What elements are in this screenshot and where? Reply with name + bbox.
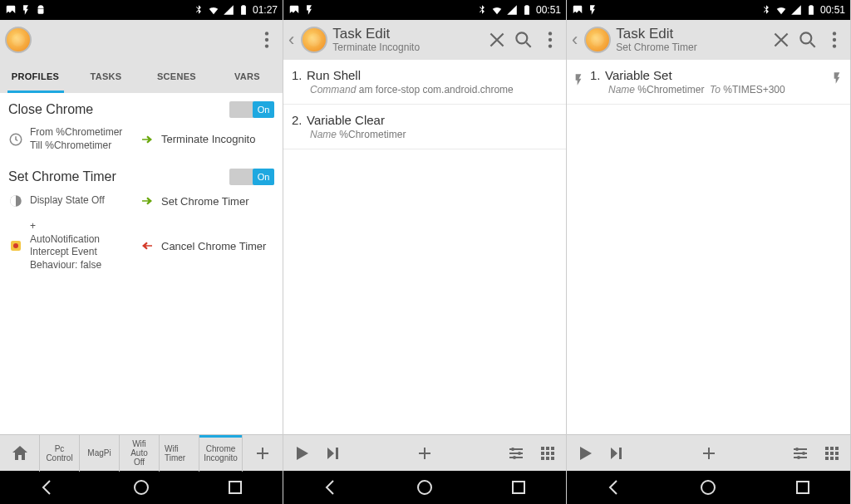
task-edit-header: ‹ Task Edit Set Chrome Timer [567, 20, 850, 60]
profile-row[interactable]: From %Chrometimer Till %Chrometimer Term… [0, 123, 283, 160]
back-button[interactable]: ‹ [572, 29, 579, 51]
wifi-icon [775, 4, 787, 16]
profile-toggle[interactable] [229, 101, 274, 118]
tasker-app-icon [301, 27, 327, 53]
nav-home-button[interactable] [698, 477, 718, 497]
task-link[interactable]: Terminate Incognito [161, 133, 255, 145]
close-button[interactable] [486, 29, 508, 51]
project-tabs-bar: Pc Control MagPi Wifi Auto Off Wifi Time… [0, 434, 283, 471]
tab-profiles[interactable]: PROFILES [0, 60, 71, 93]
svg-point-2 [265, 44, 268, 47]
svg-rect-17 [513, 482, 524, 493]
task-action-row[interactable]: 2.Variable Clear Name %Chrometimer [283, 105, 566, 149]
task-edit-bottombar [567, 434, 850, 471]
project-tab[interactable]: Wifi Timer [160, 435, 199, 472]
nav-recents-button[interactable] [793, 477, 813, 497]
profile-row[interactable]: Display State Off Set Chrome Timer [0, 190, 283, 217]
profiles-list: Close Chrome From %Chrometimer Till %Chr… [0, 93, 283, 434]
svg-point-18 [800, 32, 811, 43]
condition-text: From %Chrometimer Till %Chrometimer [30, 126, 122, 152]
nav-recents-button[interactable] [509, 477, 529, 497]
action-detail: %Chrometimer [637, 84, 704, 95]
bluetooth-icon [193, 4, 204, 16]
project-tab[interactable]: Wifi Auto Off [120, 435, 160, 472]
page-title: Task Edit [616, 27, 765, 42]
battery-icon [805, 4, 817, 16]
add-action-button[interactable] [699, 443, 719, 463]
task-edit-header: ‹ Task Edit Terminate Incognito [283, 20, 566, 60]
tab-scenes[interactable]: SCENES [141, 60, 212, 93]
image-icon [572, 4, 583, 16]
project-tab[interactable]: Chrome Incognito [199, 435, 243, 472]
nav-back-button[interactable] [37, 477, 57, 497]
android-navbar [0, 471, 283, 504]
svg-rect-8 [229, 482, 241, 493]
task-action-row[interactable]: 1.Variable Set Name %Chrometimer To %TIM… [567, 60, 850, 105]
page-title: Task Edit [332, 27, 481, 42]
search-button[interactable] [513, 29, 534, 51]
project-tab[interactable]: Pc Control [40, 435, 80, 472]
action-detail: am force-stop com.android.chrome [359, 84, 514, 95]
task-link[interactable]: Cancel Chrome Timer [161, 240, 266, 252]
app-header [0, 20, 283, 60]
tasker-app-icon [584, 27, 611, 53]
page-subtitle: Set Chrome Timer [616, 42, 765, 53]
flash-icon [303, 4, 315, 16]
autonotif-icon [8, 238, 23, 253]
step-button[interactable] [607, 443, 627, 463]
statusbar-time: 00:51 [820, 4, 845, 16]
plus-icon [253, 443, 273, 463]
grid-icon[interactable] [538, 443, 558, 463]
signal-icon [790, 4, 802, 16]
statusbar: 01:27 [0, 0, 283, 20]
nav-back-button[interactable] [321, 477, 341, 497]
grid-icon[interactable] [822, 443, 842, 463]
statusbar: 00:51 [567, 0, 850, 20]
action-detail: %Chrometimer [339, 129, 406, 140]
overflow-menu-icon[interactable] [539, 29, 561, 51]
battery-icon [521, 4, 533, 16]
add-action-button[interactable] [415, 443, 435, 463]
step-button[interactable] [323, 443, 343, 463]
settings-sliders-icon[interactable] [506, 443, 526, 463]
add-project-button[interactable] [243, 435, 283, 472]
nav-back-button[interactable] [604, 477, 624, 497]
profile-title[interactable]: Close Chrome [8, 102, 93, 117]
svg-point-7 [135, 481, 148, 494]
overflow-menu-icon[interactable] [256, 29, 278, 51]
svg-point-22 [795, 448, 799, 451]
statusbar-time: 00:51 [536, 4, 561, 16]
svg-point-19 [833, 32, 836, 35]
svg-point-0 [265, 32, 268, 35]
task-link[interactable]: Set Chrome Timer [161, 195, 248, 208]
search-button[interactable] [797, 29, 819, 51]
tab-tasks[interactable]: TASKS [71, 60, 141, 93]
nav-home-button[interactable] [415, 477, 435, 497]
arrow-right-icon [140, 132, 155, 147]
svg-rect-26 [797, 482, 809, 493]
svg-point-15 [513, 456, 516, 459]
profile-toggle[interactable] [229, 169, 274, 185]
back-button[interactable]: ‹ [288, 29, 296, 51]
task-action-row[interactable]: 1.Run Shell Command am force-stop com.an… [283, 60, 566, 105]
nav-recents-button[interactable] [225, 477, 245, 497]
task-edit-bottombar [283, 434, 566, 471]
signal-icon [223, 4, 234, 16]
profile-title[interactable]: Set Chrome Timer [8, 169, 116, 184]
profile-row[interactable]: + AutoNotification Intercept Event Behav… [0, 217, 283, 280]
home-project-tab[interactable] [0, 435, 40, 472]
action-name: Run Shell [307, 68, 361, 82]
project-tab[interactable]: MagPi [80, 435, 120, 472]
svg-point-16 [418, 481, 431, 494]
settings-sliders-icon[interactable] [790, 443, 810, 463]
close-button[interactable] [770, 29, 792, 51]
image-icon [288, 4, 300, 16]
main-tabs: PROFILES TASKS SCENES VARS [0, 60, 283, 93]
tab-vars[interactable]: VARS [212, 60, 283, 93]
action-to-value: %TIMES+300 [723, 84, 785, 95]
play-button[interactable] [575, 443, 595, 463]
nav-home-button[interactable] [131, 477, 151, 497]
play-button[interactable] [292, 443, 312, 463]
overflow-menu-icon[interactable] [824, 29, 845, 51]
svg-point-20 [833, 38, 836, 42]
